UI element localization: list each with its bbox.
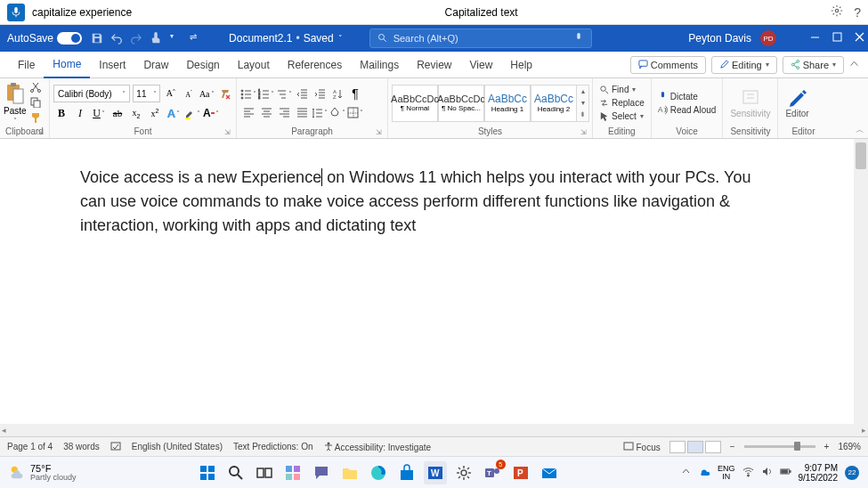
spell-check-icon[interactable] [110,442,121,452]
decrease-indent-icon[interactable] [294,85,310,102]
show-marks-icon[interactable]: ¶ [347,85,363,102]
superscript-icon[interactable]: x2 [147,105,163,121]
undo-icon[interactable] [110,32,123,45]
search-taskbar-icon[interactable] [224,461,247,484]
style-normal[interactable]: AaBbCcDc¶ Normal [392,85,438,122]
accessibility-status[interactable]: Accessibility: Investigate [324,442,432,452]
read-mode-icon[interactable] [669,441,685,453]
widgets-icon[interactable] [281,461,304,484]
zoom-in-icon[interactable]: + [824,442,830,451]
align-right-icon[interactable] [276,104,292,120]
notification-badge[interactable]: 22 [845,466,859,480]
tab-design[interactable]: Design [177,52,228,78]
mic-icon[interactable] [7,4,25,21]
qat-dropdown-icon[interactable]: ▾ [170,32,183,45]
mail-icon[interactable] [538,461,561,484]
editing-mode-button[interactable]: Editing▾ [711,56,777,74]
copy-icon[interactable] [30,97,41,110]
strikethrough-icon[interactable]: ab [110,105,126,121]
battery-icon[interactable] [780,466,791,479]
close-icon[interactable] [855,32,864,45]
page-count[interactable]: Page 1 of 4 [7,442,53,451]
powerpoint-icon[interactable]: P [509,461,532,484]
save-icon[interactable] [91,32,103,45]
user-name[interactable]: Peyton Davis [688,32,751,45]
text-predictions-status[interactable]: Text Predictions: On [233,442,312,451]
wifi-icon[interactable] [742,466,754,479]
numbering-icon[interactable]: 123˅ [258,85,274,102]
print-layout-icon[interactable] [687,441,703,453]
teams-icon[interactable]: T5 [481,461,504,484]
qat-customize-icon[interactable]: ⇌ [190,32,202,45]
borders-icon[interactable]: ˅ [347,104,363,120]
read-aloud-button[interactable]: ARead Aloud [655,104,719,116]
highlight-icon[interactable]: ˅ [184,105,200,121]
bullets-icon[interactable]: ˅ [240,85,256,102]
styles-up-icon[interactable]: ▴ [577,85,588,97]
redo-icon[interactable] [130,32,142,45]
volume-icon[interactable] [761,466,773,479]
tab-layout[interactable]: Layout [229,52,279,78]
share-button[interactable]: Share▾ [783,56,844,74]
launcher-icon[interactable]: ⇲ [376,128,382,136]
tab-home[interactable]: Home [44,52,90,78]
tab-draw[interactable]: Draw [134,52,177,78]
replace-button[interactable]: Replace [596,97,647,109]
minimize-icon[interactable] [810,32,820,45]
cut-icon[interactable] [30,82,41,94]
zoom-out-icon[interactable]: − [730,442,735,451]
clear-format-icon[interactable] [217,85,232,102]
focus-button[interactable]: Focus [623,442,661,452]
multilevel-icon[interactable]: ˅ [276,85,292,102]
maximize-icon[interactable] [832,32,842,45]
task-view-icon[interactable] [253,461,276,484]
touch-mode-icon[interactable] [150,32,162,45]
settings-icon[interactable] [831,4,843,20]
tab-help[interactable]: Help [501,52,541,78]
tab-file[interactable]: File [9,52,44,78]
italic-icon[interactable]: I [72,105,88,121]
format-painter-icon[interactable] [30,112,41,125]
chat-icon[interactable] [310,461,333,484]
store-icon[interactable] [395,461,418,484]
style-no-spacing[interactable]: AaBbCcDc¶ No Spac... [438,85,484,122]
autosave-toggle[interactable]: AutoSave [7,32,82,45]
subscript-icon[interactable]: x2 [128,105,144,121]
language-indicator[interactable]: ENGIN [718,465,735,481]
align-left-icon[interactable] [240,104,256,120]
tab-view[interactable]: View [461,52,502,78]
clock[interactable]: 9:07 PM9/15/2022 [799,463,839,483]
settings-app-icon[interactable] [452,461,475,484]
sort-icon[interactable]: AZ [329,85,345,102]
tab-references[interactable]: References [279,52,351,78]
zoom-level[interactable]: 169% [838,442,861,451]
underline-icon[interactable]: U˅ [91,105,107,121]
search-mic-icon[interactable] [573,33,584,44]
web-layout-icon[interactable] [705,441,721,453]
comments-button[interactable]: Comments [630,56,706,74]
word-count[interactable]: 38 words [63,442,100,451]
document-title[interactable]: Document2.1 • Saved ˅ [229,32,343,45]
scroll-left-icon[interactable]: ◂ [2,426,6,435]
help-icon[interactable]: ? [854,5,861,20]
font-color-icon[interactable]: A˅ [203,105,219,121]
document-page[interactable]: Voice access is a new Experience on Wind… [0,139,854,424]
launcher-icon[interactable]: ⇲ [580,128,587,136]
explorer-icon[interactable] [338,461,361,484]
vertical-scrollbar[interactable] [854,139,868,424]
launcher-icon[interactable]: ⇲ [224,128,231,136]
increase-indent-icon[interactable] [312,85,328,102]
tab-mailings[interactable]: Mailings [351,52,408,78]
horizontal-scrollbar[interactable]: ◂▸ [0,424,868,436]
dictate-button[interactable]: Dictate [655,91,719,102]
paste-button[interactable]: Paste˅ [4,82,27,125]
align-center-icon[interactable] [258,104,274,120]
ribbon-mode-icon[interactable] [849,59,859,71]
justify-icon[interactable] [294,104,310,120]
launcher-icon[interactable]: ⇲ [37,128,44,136]
select-button[interactable]: Select▾ [596,110,647,122]
onedrive-icon[interactable] [699,466,710,479]
bold-icon[interactable]: B [53,105,69,121]
styles-down-icon[interactable]: ▾ [577,97,588,109]
line-spacing-icon[interactable]: ˅ [312,104,328,120]
